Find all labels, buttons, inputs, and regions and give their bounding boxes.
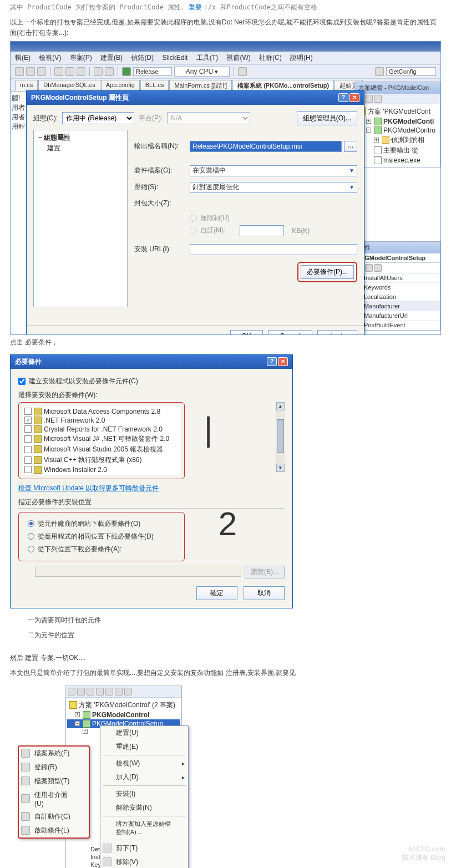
ctx-source-control[interactable]: 將方案加入至原始檔控制(A)...	[100, 818, 188, 839]
ctx-filesystem[interactable]: 檔案系統(F)	[19, 747, 89, 760]
tab-dbmanager[interactable]: DbManagerSQL.cs	[38, 80, 100, 91]
ctx-ui[interactable]: 使用者介面(U)	[19, 788, 89, 810]
sol-tb-icon[interactable]	[124, 688, 132, 696]
prop-postbuildevent[interactable]: PostBuildEvent	[355, 321, 440, 330]
sol-tb-icon[interactable]	[96, 688, 104, 696]
menu-tools[interactable]: 工具(T)	[196, 54, 218, 62]
tb-copy-icon[interactable]	[65, 67, 74, 76]
ctx-remove[interactable]: 移除(V)	[100, 855, 188, 869]
dialog-close-button[interactable]: ✕	[278, 357, 288, 366]
compression-combo[interactable]: 針對速度最佳化▼	[190, 182, 357, 193]
tb-open-icon[interactable]	[26, 67, 35, 76]
tb-getconfig-icon[interactable]	[375, 67, 384, 76]
sol-tb-icon2[interactable]	[365, 95, 373, 103]
menu-help[interactable]: 說明(H)	[290, 54, 313, 62]
sol-tb-icon[interactable]	[87, 688, 94, 696]
ok-button[interactable]: 確定	[196, 586, 237, 600]
ctx-add[interactable]: 加入(D)▸	[100, 770, 188, 784]
tb-run-icon[interactable]	[122, 67, 131, 76]
menu-slickedit[interactable]: SlickEdit	[162, 54, 188, 62]
menu-build[interactable]: 建置(B)	[100, 54, 123, 62]
tree-output[interactable]: 主要輸出 從	[356, 145, 439, 156]
menu-view[interactable]: 檢視(V)	[39, 54, 61, 62]
tree-msiexec[interactable]: msiexec.exe	[356, 156, 439, 165]
ctx-view[interactable]: 檢視(W)▸	[100, 757, 188, 770]
tab-m-cs[interactable]: m.cs	[15, 80, 38, 91]
platform-combo[interactable]: N/A	[167, 112, 250, 124]
prereq-item[interactable]: Windows Installer 2.0	[23, 465, 180, 474]
ok-button[interactable]: OK	[230, 330, 263, 335]
prereq-item[interactable]: Microsoft Visual Studio 2005 報表檢視器	[23, 444, 180, 455]
prereq-item[interactable]: Microsoft Data Access Components 2.8	[23, 407, 180, 416]
tb-release-combo[interactable]: Release	[133, 67, 172, 76]
cancel-button[interactable]: Cancel	[268, 330, 312, 335]
props-sort-icon[interactable]	[365, 264, 373, 272]
scroll-up-icon[interactable]: ▴	[276, 402, 285, 410]
scroll-down-icon[interactable]: ▾	[276, 464, 285, 472]
tree-solution[interactable]: 方案 'PKGModelCont	[356, 106, 439, 117]
ctx-custom-actions[interactable]: 自訂動作(C)	[19, 810, 89, 824]
prop-manufacturer[interactable]: Manufacturer	[355, 302, 440, 311]
config-manager-button[interactable]: 組態管理員(O)...	[297, 111, 357, 125]
tb-cut-icon[interactable]	[54, 67, 63, 76]
tb-getconfig-combo[interactable]: GetConfig	[386, 67, 436, 76]
tb-paste-icon[interactable]	[77, 67, 85, 76]
menu-edit[interactable]: 輯(E)	[15, 54, 31, 62]
ctx-build[interactable]: 建置(U)	[100, 726, 188, 740]
config-combo[interactable]: 作用中 (Release)	[62, 112, 134, 124]
menu-window[interactable]: 視窗(W)	[226, 54, 250, 62]
dialog-close-button[interactable]: ✕	[349, 93, 359, 102]
ctx-registry[interactable]: 登錄(R)	[19, 760, 89, 774]
props-pages-icon[interactable]	[374, 264, 382, 272]
package-files-combo[interactable]: 在安裝檔中▼	[190, 165, 357, 176]
tree-proj2[interactable]: −PKGModelContro	[356, 126, 439, 135]
sol-tb-icon[interactable]	[115, 688, 123, 696]
checkbox[interactable]	[24, 435, 32, 443]
checkbox[interactable]	[24, 456, 32, 464]
checkbox[interactable]	[24, 417, 32, 424]
microsoft-update-link[interactable]: 檢查 Microsoft Update 以取得更多可轉散發元件	[18, 484, 285, 493]
tb-new-icon[interactable]	[15, 67, 24, 76]
prereq-item[interactable]: Crystal Reports for .NET Framework 2.0	[23, 425, 180, 434]
menu-project[interactable]: 專案(P)	[70, 54, 92, 62]
tb-save-icon[interactable]	[37, 67, 46, 76]
prop-keywords[interactable]: Keywords	[355, 283, 440, 292]
checkbox[interactable]	[24, 466, 32, 473]
dialog-help-button[interactable]: ?	[267, 357, 277, 366]
output-name-input[interactable]: Release\PKGModelControlSetup.msi	[190, 141, 342, 152]
ctx-filetypes[interactable]: 檔案類型(T)	[19, 774, 89, 788]
tab-filesystem[interactable]: 檔案系統 (PKGMo...ontrolSetup)	[232, 80, 334, 91]
prereq-item[interactable]: Microsoft Visual J# .NET 可轉散發套件 2.0	[23, 434, 180, 444]
prop-installallusers[interactable]: InstallAllUsers	[355, 273, 440, 283]
tb-flag-icon[interactable]	[238, 67, 247, 76]
sol-tb-icon[interactable]	[68, 688, 75, 696]
prereq-item[interactable]: Visual C++ 執行階段程式庫 (x86)	[23, 455, 180, 465]
cancel-button[interactable]: 取消	[244, 586, 285, 600]
tree-config-root[interactable]: − 組態屬性	[36, 133, 125, 143]
checkbox[interactable]	[24, 425, 32, 433]
tree-proj1[interactable]: +PKGModelContl	[356, 117, 439, 126]
prereq-item[interactable]: .NET Framework 2.0	[23, 416, 180, 425]
tree-folder[interactable]: +偵測到的相	[356, 135, 439, 145]
ctx-rebuild[interactable]: 重建(E)	[100, 740, 188, 754]
menu-community[interactable]: 社群(C)	[259, 54, 282, 62]
radio-same-location[interactable]	[28, 533, 34, 540]
radio-custom-location[interactable]	[28, 546, 34, 552]
dialog-help-button[interactable]: ?	[338, 93, 348, 102]
sol-tb-icon3[interactable]	[374, 95, 382, 103]
tree-solution[interactable]: 方案 'PKGModelControl' (2 專案)	[67, 700, 180, 710]
install-url-input[interactable]	[190, 244, 357, 255]
tab-mainform[interactable]: MainForm.cs [設計]	[169, 80, 232, 91]
tree-build-node[interactable]: 建置	[45, 143, 125, 154]
prop-localization[interactable]: Localization	[355, 292, 440, 302]
ctx-install[interactable]: 安裝(I)	[100, 787, 188, 801]
prop-manufacturerurl[interactable]: ManufacturerUrl	[355, 311, 440, 321]
scroll-thumb[interactable]	[277, 419, 284, 453]
expand-icon[interactable]: −	[75, 721, 80, 726]
expand-icon[interactable]: +	[83, 729, 88, 734]
output-browse-button[interactable]: ...	[344, 141, 357, 152]
create-installer-checkbox[interactable]	[18, 378, 26, 385]
tree-proj1[interactable]: +PKGModelControl	[67, 710, 180, 719]
ctx-launch-conditions[interactable]: 啟動條件(L)	[19, 824, 89, 837]
expand-icon[interactable]: +	[75, 712, 80, 717]
